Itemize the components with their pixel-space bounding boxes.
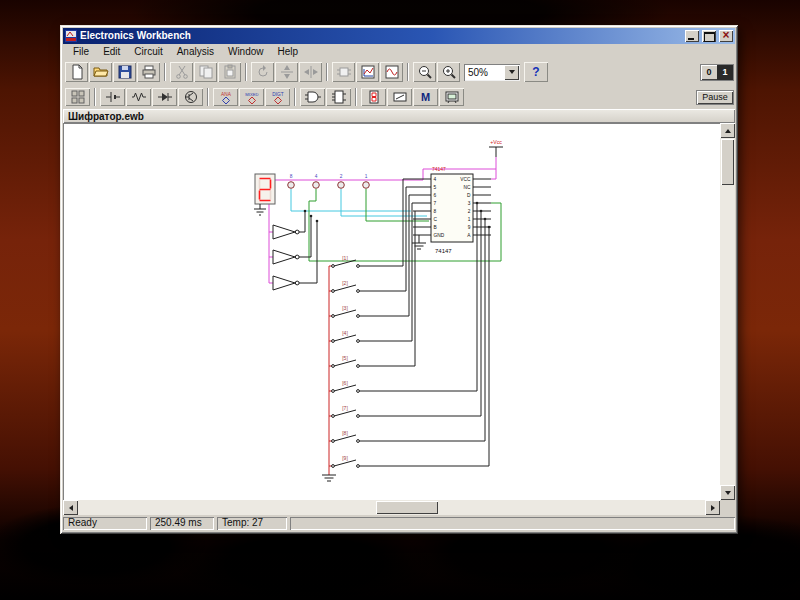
scroll-right-button[interactable]	[705, 500, 720, 515]
waveform-icon	[384, 64, 400, 80]
create-subcircuit-button[interactable]	[332, 62, 355, 82]
maximize-button[interactable]	[702, 30, 716, 42]
menu-file[interactable]: File	[66, 46, 96, 57]
menu-bar: File Edit Circuit Analysis Window Help	[63, 44, 735, 59]
indicators-bin-button[interactable]	[361, 88, 386, 106]
wire-red-bus	[329, 266, 333, 475]
switch-8[interactable]: [8]	[332, 430, 367, 443]
circuit-canvas[interactable]: 4 5 6 7 8 C B GND VCC NC D 3 2 1	[63, 123, 720, 500]
ic-pin-label: 1	[468, 217, 471, 222]
flip-horizontal-button[interactable]	[299, 62, 322, 82]
switch-2[interactable]: [2]	[332, 280, 367, 293]
probe-label: 1	[365, 174, 368, 179]
arrow-left-icon	[69, 505, 73, 511]
transistors-bin-button[interactable]	[178, 88, 203, 106]
miscellaneous-bin-button[interactable]: M	[413, 88, 438, 106]
horizontal-scroll-thumb[interactable]	[376, 501, 438, 514]
diodes-bin-button[interactable]	[152, 88, 177, 106]
horizontal-scrollbar[interactable]	[63, 500, 720, 515]
zoom-out-button[interactable]	[413, 62, 436, 82]
probe-2[interactable]: 4	[313, 174, 320, 189]
scroll-up-button[interactable]	[720, 123, 735, 138]
switch-6[interactable]: [6]	[332, 380, 367, 393]
status-bar: Ready 250.49 ms Temp: 27	[63, 515, 735, 531]
wire-cyan	[291, 189, 427, 216]
probe-4[interactable]: 1	[363, 174, 370, 189]
analog-ics-icon: ANA	[218, 89, 234, 105]
analog-ics-bin-button[interactable]: ANA	[213, 88, 238, 106]
favorites-bin-button[interactable]	[65, 88, 90, 106]
vertical-scroll-thumb[interactable]	[721, 139, 734, 185]
switch-9[interactable]: [9]	[332, 455, 367, 468]
ic-pin-label: 6	[434, 193, 437, 198]
mixed-ics-bin-button[interactable]: MIXED	[239, 88, 264, 106]
ic-74147[interactable]: 4 5 6 7 8 C B GND VCC NC D 3 2 1	[413, 166, 491, 254]
scroll-left-button[interactable]	[63, 500, 78, 515]
rotate-icon	[255, 64, 271, 80]
status-temperature: Temp: 27	[217, 517, 287, 530]
seven-segment-display[interactable]	[255, 174, 275, 204]
switch-key-label: [8]	[342, 430, 348, 436]
inverter-gate-3[interactable]	[273, 276, 299, 290]
ic-pin-label: NC	[464, 185, 471, 190]
zoom-dropdown-button[interactable]	[504, 65, 519, 80]
switch-key-label: [1]	[342, 255, 348, 261]
power-off-label: 0	[701, 65, 717, 80]
menu-circuit[interactable]: Circuit	[127, 46, 169, 57]
flip-horizontal-icon	[303, 64, 319, 80]
logic-gates-bin-button[interactable]	[300, 88, 325, 106]
zoom-in-button[interactable]	[437, 62, 460, 82]
switch-5[interactable]: [5]	[332, 355, 367, 368]
instruments-bin-button[interactable]	[439, 88, 464, 106]
probe-label: 4	[315, 174, 318, 179]
close-button[interactable]	[719, 30, 733, 42]
menu-window[interactable]: Window	[221, 46, 271, 57]
rotate-button[interactable]	[251, 62, 274, 82]
zoom-select[interactable]: 50%	[464, 64, 520, 81]
arrow-down-icon	[725, 491, 731, 495]
minimize-button[interactable]	[685, 30, 699, 42]
mixed-ics-icon: MIXED	[244, 89, 260, 105]
digital-bin-button[interactable]	[326, 88, 351, 106]
vertical-scrollbar[interactable]	[720, 123, 735, 500]
help-button[interactable]: ?	[524, 62, 548, 82]
save-button[interactable]	[113, 62, 136, 82]
title-bar[interactable]: Electronics Workbench	[63, 28, 735, 44]
ic-model-label: 74147	[432, 166, 446, 172]
switch-4[interactable]: [4]	[332, 330, 367, 343]
menu-analysis[interactable]: Analysis	[170, 46, 221, 57]
flip-vertical-button[interactable]	[275, 62, 298, 82]
probe-3[interactable]: 2	[338, 174, 345, 189]
print-button[interactable]	[137, 62, 160, 82]
scroll-track[interactable]	[720, 186, 735, 485]
ground-symbol-ic	[412, 235, 426, 249]
digital-ics-bin-button[interactable]: DIGT	[265, 88, 290, 106]
paste-button[interactable]	[218, 62, 241, 82]
controls-bin-button[interactable]	[387, 88, 412, 106]
basic-bin-button[interactable]	[126, 88, 151, 106]
inverter-gate-2[interactable]	[273, 250, 299, 264]
status-sim-time: 250.49 ms	[150, 517, 214, 530]
open-button[interactable]	[89, 62, 112, 82]
copy-button[interactable]	[194, 62, 217, 82]
cut-button[interactable]	[170, 62, 193, 82]
toolbar-separator	[326, 63, 328, 81]
vcc-symbol[interactable]: +Vcc	[489, 139, 503, 158]
new-button[interactable]	[65, 62, 88, 82]
document-title-bar[interactable]: Шифратор.ewb	[63, 109, 735, 123]
menu-edit[interactable]: Edit	[96, 46, 127, 57]
switch-3[interactable]: [3]	[332, 305, 367, 318]
resistor-icon	[131, 89, 147, 105]
component-properties-button[interactable]	[380, 62, 403, 82]
menu-help[interactable]: Help	[271, 46, 306, 57]
scroll-down-button[interactable]	[720, 485, 735, 500]
display-graphs-button[interactable]	[356, 62, 379, 82]
power-switch[interactable]: 0 1	[701, 65, 733, 80]
pause-button[interactable]: Pause	[697, 91, 733, 104]
inverter-gate-1[interactable]	[273, 225, 299, 239]
switch-7[interactable]: [7]	[332, 405, 367, 418]
probe-1[interactable]: 8	[288, 174, 295, 189]
scroll-track[interactable]	[438, 500, 705, 515]
arrow-right-icon	[711, 505, 715, 511]
sources-bin-button[interactable]	[100, 88, 125, 106]
